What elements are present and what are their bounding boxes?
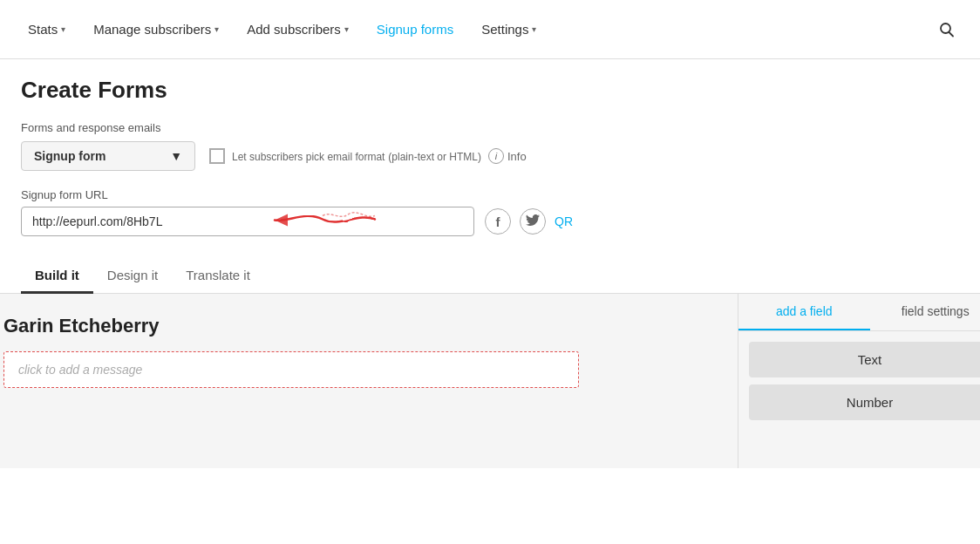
right-tab-field-settings-label: field settings (902, 304, 970, 318)
forms-dropdown[interactable]: Signup form ▼ (21, 141, 195, 171)
search-button[interactable] (931, 14, 963, 45)
forms-controls-row: Signup form ▼ Let subscribers pick email… (21, 141, 959, 171)
message-placeholder[interactable]: click to add a message (3, 351, 579, 388)
form-tabs: Build it Design it Translate it (0, 257, 980, 294)
social-icons: f QR (485, 208, 573, 235)
email-format-checkbox[interactable] (209, 148, 225, 164)
tab-design-it[interactable]: Design it (93, 257, 172, 293)
url-input[interactable] (21, 207, 474, 236)
tab-translate-it-label: Translate it (186, 268, 250, 282)
checkbox-main-text: Let subscribers pick email format (232, 151, 385, 163)
tab-build-it-label: Build it (35, 268, 79, 282)
right-tab-add-field-label: add a field (776, 304, 833, 318)
forms-section-label: Forms and response emails (21, 121, 959, 134)
nav-manage-subscribers-label: Manage subscribers (93, 22, 211, 37)
twitter-icon (526, 214, 540, 228)
tab-design-it-label: Design it (107, 268, 158, 282)
twitter-share-button[interactable] (520, 208, 546, 235)
nav-settings[interactable]: Settings ▾ (471, 15, 547, 44)
nav-stats-chevron: ▾ (61, 24, 65, 34)
facebook-icon: f (496, 214, 500, 229)
nav-add-subscribers[interactable]: Add subscribers ▾ (236, 15, 359, 44)
right-tab-field-settings[interactable]: field settings (870, 294, 981, 330)
nav-signup-forms-label: Signup forms (377, 22, 453, 37)
checkbox-sub-text: (plain-text or HTML) (388, 151, 481, 163)
nav-stats-label: Stats (28, 22, 58, 37)
info-label: Info (507, 150, 527, 163)
info-button[interactable]: i Info (488, 148, 527, 164)
nav-stats[interactable]: Stats ▾ (17, 15, 76, 44)
url-section: Signup form URL (21, 188, 959, 236)
qr-button[interactable]: QR (555, 214, 573, 228)
top-navigation: Stats ▾ Manage subscribers ▾ Add subscri… (0, 0, 980, 59)
forms-dropdown-value: Signup form (34, 149, 105, 163)
form-preview-title: Garin Etcheberry (3, 315, 713, 337)
email-format-label: Let subscribers pick email format (plain… (232, 149, 481, 163)
nav-signup-forms[interactable]: Signup forms (366, 15, 464, 44)
nav-settings-chevron: ▾ (532, 24, 536, 34)
form-preview: Garin Etcheberry click to add a message (0, 294, 738, 468)
page-title: Create Forms (21, 77, 959, 104)
right-panel: add a field field settings Text Number (738, 294, 980, 468)
info-icon: i (488, 148, 504, 164)
email-format-checkbox-row: Let subscribers pick email format (plain… (209, 148, 527, 164)
url-input-wrapper (21, 207, 474, 236)
number-field-label: Number (847, 395, 893, 410)
page-content: Create Forms Forms and response emails S… (0, 59, 980, 294)
main-area: Garin Etcheberry click to add a message … (0, 294, 980, 468)
message-placeholder-text: click to add a message (18, 363, 142, 377)
nav-manage-subscribers-chevron: ▾ (214, 24, 219, 34)
search-icon (938, 21, 956, 38)
nav-add-subscribers-chevron: ▾ (344, 24, 349, 34)
facebook-share-button[interactable]: f (485, 208, 511, 235)
nav-settings-label: Settings (481, 22, 528, 37)
forms-dropdown-chevron: ▼ (170, 149, 182, 163)
text-field-label: Text (858, 352, 882, 367)
number-field-button[interactable]: Number (749, 384, 980, 420)
right-tab-add-field[interactable]: add a field (738, 294, 870, 330)
nav-manage-subscribers[interactable]: Manage subscribers ▾ (83, 15, 229, 44)
right-panel-tabs: add a field field settings (738, 294, 980, 331)
text-field-button[interactable]: Text (749, 342, 980, 377)
svg-line-1 (949, 32, 954, 37)
tab-translate-it[interactable]: Translate it (172, 257, 264, 293)
tab-build-it[interactable]: Build it (21, 257, 93, 293)
nav-add-subscribers-label: Add subscribers (247, 22, 341, 37)
url-row: f QR (21, 207, 959, 236)
field-buttons: Text Number (738, 331, 980, 431)
url-label: Signup form URL (21, 188, 959, 201)
